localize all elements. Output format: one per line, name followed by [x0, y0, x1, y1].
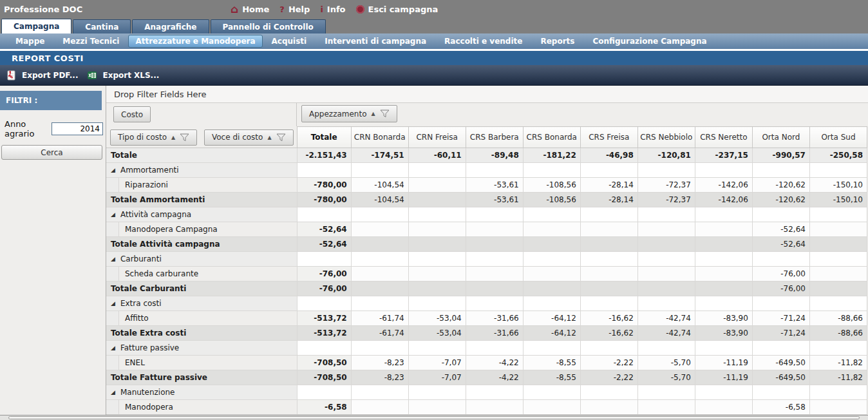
toolbar: Export PDF... Export XLS... [0, 65, 868, 86]
nav-item-mappe[interactable]: Mappe [6, 35, 53, 48]
row-label-cell[interactable]: ◢Attività campagna [106, 207, 297, 222]
content: FILTRI : Anno agrario Cerca Drop Filter … [0, 86, 868, 420]
pivot-cell [752, 207, 809, 222]
toplink-home[interactable]: ⌂Home [231, 4, 269, 15]
nav-item-attrezzature-e-manodopera[interactable]: Attrezzature e Manodopera [128, 35, 262, 48]
tab-anagrafiche[interactable]: Anagrafiche [132, 19, 209, 33]
collapse-icon[interactable]: ◢ [111, 167, 115, 173]
scrollbar-thumb[interactable] [8, 416, 860, 419]
collapse-icon[interactable]: ◢ [111, 389, 115, 396]
row-label-cell[interactable]: ◢Fatture passive [106, 341, 297, 356]
column-header-crs-neretto[interactable]: CRS Neretto [695, 127, 752, 148]
pivot-row-totale-attivit-campagna: Totale Attività campagna-52,64-52,64 [106, 237, 867, 252]
row-label: Manodopera [125, 403, 173, 412]
pivot-cell [752, 341, 809, 356]
filter-icon[interactable] [276, 133, 286, 142]
pivot-cell: -5,70 [637, 370, 695, 385]
tab-pannello-di-controllo[interactable]: Pannello di Controllo [211, 19, 326, 33]
row-field-voce-di-costo[interactable]: Voce di costo ▲ [204, 129, 294, 146]
pivot-cell: -31,66 [466, 311, 523, 326]
pivot-cell [466, 385, 523, 400]
cerca-button[interactable]: Cerca [1, 145, 102, 160]
pivot-cell: -72,37 [637, 193, 695, 207]
export-pdf-button[interactable]: Export PDF... [6, 70, 78, 81]
anno-agrario-input[interactable] [52, 122, 103, 135]
pivot-cell: -2.151,43 [297, 148, 351, 163]
pivot-cell: -142,06 [695, 178, 752, 193]
pivot-cell [523, 282, 580, 296]
toplink-label: Esci campagna [368, 5, 439, 14]
column-header-crs-nebbiolo[interactable]: CRS Nebbiolo [637, 127, 695, 148]
pivot-cell [695, 237, 752, 252]
pivot-cell: -5,70 [637, 356, 695, 370]
column-header-crs-bonarda[interactable]: CRS Bonarda [523, 127, 580, 148]
row-label-cell: Scheda carburante [106, 267, 297, 282]
pivot-cell: -513,72 [297, 311, 351, 326]
tab-campagna[interactable]: Campagna [1, 19, 71, 33]
row-label-cell[interactable]: ◢Ammortamenti [106, 163, 297, 178]
pivot-cell [637, 252, 695, 267]
pivot-cell [466, 282, 523, 296]
row-label: Affitto [125, 314, 149, 323]
column-header-crn-bonarda[interactable]: CRN Bonarda [351, 127, 408, 148]
row-label-cell: Totale [106, 148, 297, 163]
pivot-cell [637, 237, 695, 252]
filter-icon[interactable] [380, 110, 390, 118]
pivot-cell: -708,50 [297, 356, 351, 370]
column-header-orta-nord[interactable]: Orta Nord [752, 127, 809, 148]
pivot-cell: -60,11 [408, 148, 466, 163]
column-header-crs-barbera[interactable]: CRS Barbera [466, 127, 523, 148]
pivot-cell [408, 193, 466, 207]
pivot-cell: -52,64 [752, 237, 809, 252]
tab-cantina[interactable]: Cantina [73, 19, 131, 33]
filter-icon[interactable] [180, 133, 189, 142]
data-field-costo[interactable]: Costo [113, 106, 151, 122]
anno-agrario-row: Anno agrario [0, 119, 106, 138]
pivot-cell: -7,07 [408, 356, 466, 370]
collapse-icon[interactable]: ◢ [111, 300, 115, 307]
horizontal-scrollbar[interactable] [0, 415, 868, 420]
collapse-icon[interactable]: ◢ [111, 211, 115, 218]
pivot-cell: -76,00 [752, 282, 809, 296]
nav-item-raccolti-e-vendite[interactable]: Raccolti e vendite [435, 35, 531, 48]
pivot-cell [297, 207, 351, 222]
row-label-cell[interactable]: ◢Carburanti [106, 252, 297, 267]
pivot-row-ammortamenti: ◢Ammortamenti [106, 163, 867, 178]
nav-item-acquisti[interactable]: Acquisti [263, 35, 316, 48]
pivot-cell: -53,61 [466, 178, 523, 193]
collapse-icon[interactable]: ◢ [111, 256, 115, 262]
pivot-cell: -53,04 [408, 311, 466, 326]
toplink-info[interactable]: iInfo [320, 5, 345, 14]
nav-item-reports[interactable]: Reports [531, 35, 583, 48]
row-field-tipo-di-costo[interactable]: Tipo di costo ▲ [110, 129, 197, 146]
toplink-esci-campagna[interactable]: Esci campagna [356, 5, 439, 14]
filter-drop-zone[interactable]: Drop Filter Fields Here [106, 86, 868, 103]
pivot-cell [695, 207, 752, 222]
pivot-cell [809, 207, 867, 222]
nav-item-interventi-di-campagna[interactable]: Interventi di campagna [316, 35, 435, 48]
row-indent [106, 178, 119, 192]
row-label-cell[interactable]: ◢Manutenzione [106, 385, 297, 400]
column-header-totale[interactable]: Totale [297, 127, 351, 148]
pivot-cell [523, 163, 580, 178]
column-header-crs-freisa[interactable]: CRS Freisa [580, 127, 637, 148]
home-icon: ⌂ [231, 4, 238, 15]
pivot-row-extra-costi: ◢Extra costi [106, 296, 867, 311]
row-label-cell[interactable]: ◢Extra costi [106, 296, 297, 311]
app-title: Professione DOC [0, 5, 82, 14]
nav-item-configurazione-campagna[interactable]: Configurazione Campagna [583, 35, 715, 48]
pivot-cell: -53,04 [408, 326, 466, 341]
column-header-crn-freisa[interactable]: CRN Freisa [408, 127, 466, 148]
export-xls-button[interactable]: Export XLS... [87, 70, 159, 81]
nav-item-mezzi-tecnici[interactable]: Mezzi Tecnici [53, 35, 128, 48]
column-header-orta-sud[interactable]: Orta Sud [809, 127, 867, 148]
column-field-appezzamento[interactable]: Appezzamento ▲ [301, 105, 397, 122]
pivot-cell [637, 296, 695, 311]
row-label: Ammortamenti [120, 166, 179, 175]
column-divider [296, 103, 297, 126]
collapse-icon[interactable]: ◢ [111, 345, 115, 351]
pivot-cell [752, 296, 809, 311]
toplink-help[interactable]: ?Help [279, 5, 310, 14]
pivot-cell [408, 296, 466, 311]
row-label-cell: Totale Attività campagna [106, 237, 297, 252]
